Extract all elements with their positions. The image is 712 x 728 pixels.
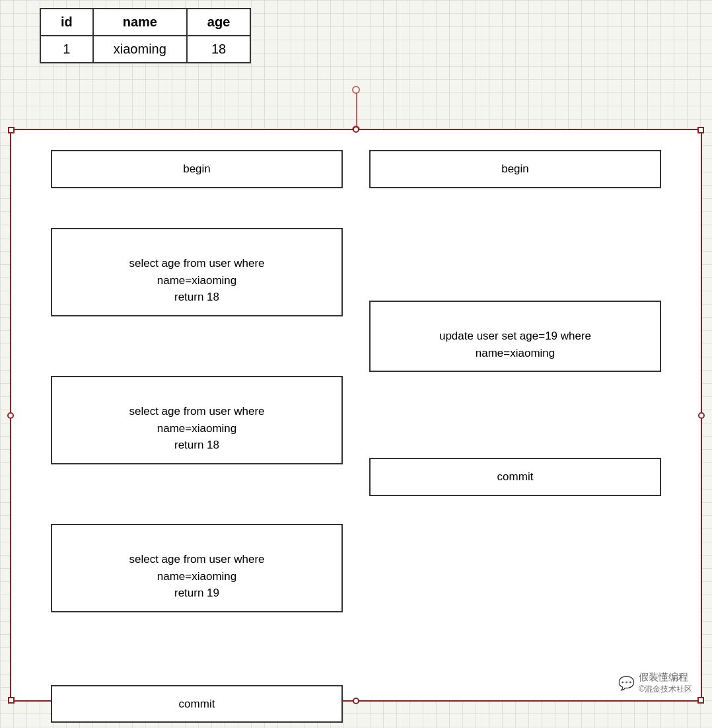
right-commit-box: commit (369, 458, 661, 496)
left-select3-box: select age from user where name=xiaoming… (51, 524, 343, 612)
right-update-text: update user set age=19 where name=xiaomi… (439, 330, 591, 359)
transaction-right-column: begin update user set age=19 where name=… (356, 150, 674, 680)
left-select1-box: select age from user where name=xiaoming… (51, 228, 343, 316)
handle-bm (353, 698, 359, 704)
handle-ml (7, 412, 14, 419)
cell-age: 18 (187, 36, 250, 63)
left-begin-box: begin (51, 150, 343, 188)
watermark-icon: 💬 (618, 675, 635, 691)
watermark-text: 假装懂编程 ©混金技术社区 (639, 671, 692, 695)
right-commit-text: commit (497, 470, 534, 483)
col-header-name: name (93, 9, 187, 36)
handle-tl (8, 127, 15, 133)
main-content: id name age 1 xiaoming 18 begin (0, 0, 712, 728)
database-table: id name age 1 xiaoming 18 (40, 8, 251, 63)
handle-br (697, 697, 704, 704)
handle-tr (697, 127, 704, 133)
cell-name: xiaoming (93, 36, 187, 63)
left-select3-text: select age from user where name=xiaoming… (129, 553, 264, 599)
handle-bl (8, 697, 15, 704)
handle-mr (698, 412, 705, 419)
left-commit-box: commit (51, 685, 343, 723)
col-header-age: age (187, 9, 250, 36)
left-select2-box: select age from user where name=xiaoming… (51, 376, 343, 464)
left-select2-text: select age from user where name=xiaoming… (129, 405, 264, 451)
handle-tm (353, 126, 359, 133)
watermark-line1: 假装懂编程 (639, 671, 692, 684)
right-begin-box: begin (369, 150, 661, 188)
watermark: 💬 假装懂编程 ©混金技术社区 (618, 671, 692, 695)
watermark-line2: ©混金技术社区 (639, 684, 692, 695)
col-header-id: id (40, 9, 93, 36)
transaction-columns: begin select age from user where name=xi… (11, 130, 701, 700)
right-update-box: update user set age=19 where name=xiaomi… (369, 301, 661, 373)
cell-id: 1 (40, 36, 93, 63)
transaction-left-column: begin select age from user where name=xi… (38, 150, 356, 680)
right-begin-text: begin (501, 163, 529, 175)
left-commit-text: commit (179, 698, 215, 710)
left-begin-text: begin (183, 163, 211, 175)
transaction-container: begin select age from user where name=xi… (10, 129, 702, 702)
left-select1-text: select age from user where name=xiaoming… (129, 257, 264, 303)
